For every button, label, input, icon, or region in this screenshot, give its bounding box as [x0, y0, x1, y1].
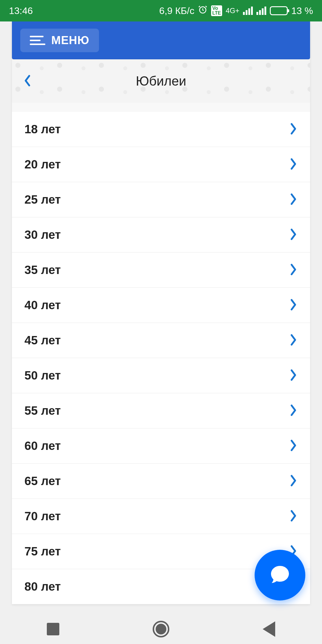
hamburger-icon — [30, 36, 45, 45]
list-item[interactable]: 20 лет — [12, 147, 310, 182]
chevron-right-icon — [289, 264, 298, 277]
chevron-right-icon — [289, 404, 298, 417]
list-item-label: 30 лет — [24, 228, 61, 242]
list-item-label: 70 лет — [24, 510, 61, 523]
list-item[interactable]: 55 лет — [12, 393, 310, 428]
list-item-label: 35 лет — [24, 263, 61, 277]
list-item-label: 45 лет — [24, 334, 61, 347]
list-item-label: 55 лет — [24, 404, 61, 417]
volte-badge: VoLTE — [211, 5, 222, 16]
chevron-right-icon — [289, 369, 298, 382]
recent-apps-button[interactable] — [41, 617, 65, 641]
data-speed: 6,9 КБ/с — [159, 5, 194, 16]
battery-percent: 13 % — [291, 5, 313, 16]
page-card: Юбилеи 18 лет20 лет25 лет30 лет35 лет40 … — [12, 59, 310, 604]
page-title-section: Юбилеи — [12, 59, 310, 103]
battery-icon — [270, 6, 288, 15]
alarm-icon — [198, 5, 208, 17]
system-nav-bar — [0, 614, 322, 644]
app-header: МЕНЮ — [12, 21, 310, 59]
square-icon — [47, 623, 59, 635]
list-container: 18 лет20 лет25 лет30 лет35 лет40 лет45 л… — [12, 112, 310, 604]
list-item-label: 80 лет — [24, 580, 61, 593]
home-button[interactable] — [147, 615, 175, 643]
list-item[interactable]: 40 лет — [12, 288, 310, 323]
chevron-right-icon — [289, 510, 298, 523]
signal-bars-1-icon — [243, 7, 253, 15]
chevron-right-icon — [289, 158, 298, 171]
menu-label: МЕНЮ — [51, 34, 89, 47]
list-item-label: 60 лет — [24, 439, 61, 453]
list-item-label: 25 лет — [24, 193, 61, 206]
page-title: Юбилеи — [12, 74, 310, 89]
list-item[interactable]: 18 лет — [12, 112, 310, 147]
back-button[interactable] — [21, 72, 34, 91]
chevron-right-icon — [289, 475, 298, 488]
list-item[interactable]: 25 лет — [12, 182, 310, 217]
network-type: 4G+ — [226, 7, 239, 15]
status-time: 13:46 — [9, 5, 33, 16]
list-item[interactable]: 35 лет — [12, 253, 310, 288]
list-item[interactable]: 65 лет — [12, 464, 310, 499]
menu-button[interactable]: МЕНЮ — [20, 29, 99, 52]
list-item-label: 75 лет — [24, 545, 61, 558]
chat-bubble-icon — [269, 564, 291, 586]
chevron-right-icon — [289, 123, 298, 136]
chevron-right-icon — [289, 299, 298, 312]
list-item-label: 20 лет — [24, 158, 61, 171]
chevron-right-icon — [289, 193, 298, 206]
list-item[interactable]: 45 лет — [12, 323, 310, 358]
list-item-label: 50 лет — [24, 369, 61, 382]
triangle-icon — [263, 621, 275, 637]
chevron-right-icon — [289, 439, 298, 453]
list-item[interactable]: 60 лет — [12, 428, 310, 464]
list-item[interactable]: 30 лет — [12, 217, 310, 253]
chevron-left-icon — [24, 83, 31, 88]
status-bar: 13:46 6,9 КБ/с VoLTE 4G+ 13 % — [0, 0, 322, 21]
list-item-label: 18 лет — [24, 123, 61, 136]
list-item[interactable]: 70 лет — [12, 499, 310, 534]
chat-fab-button[interactable] — [255, 550, 305, 600]
back-nav-button[interactable] — [257, 615, 281, 643]
list-item-label: 40 лет — [24, 298, 61, 312]
status-right: 6,9 КБ/с VoLTE 4G+ 13 % — [159, 5, 313, 17]
circle-icon — [153, 621, 169, 637]
list-item-label: 65 лет — [24, 474, 61, 488]
signal-bars-2-icon — [256, 7, 266, 15]
chevron-right-icon — [289, 334, 298, 347]
chevron-right-icon — [289, 228, 298, 242]
list-item[interactable]: 50 лет — [12, 358, 310, 393]
